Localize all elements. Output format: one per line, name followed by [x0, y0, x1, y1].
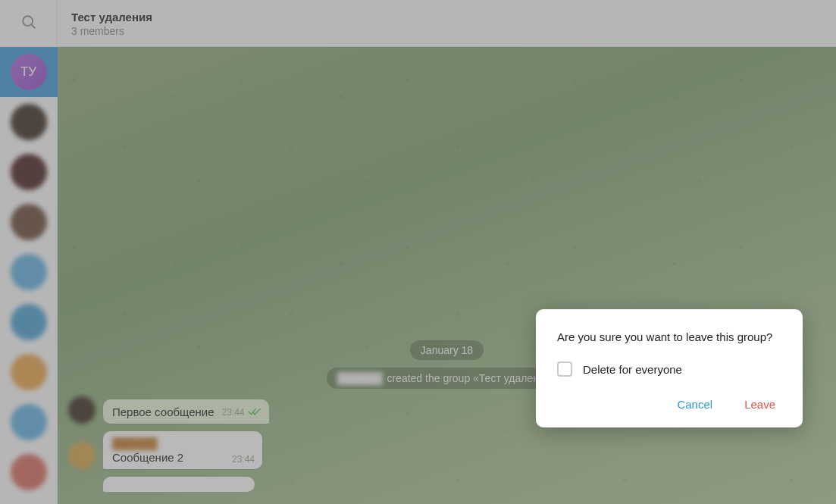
delete-for-everyone-label: Delete for everyone	[583, 363, 682, 376]
app-root: ТУ Тест удаления 3 members January 18 ██…	[0, 0, 836, 504]
leave-button[interactable]: Leave	[740, 395, 780, 414]
leave-group-dialog: Are you sure you want to leave this grou…	[536, 309, 803, 427]
modal-overlay[interactable]	[0, 0, 836, 504]
dialog-message: Are you sure you want to leave this grou…	[557, 329, 781, 345]
dialog-actions: Cancel Leave	[557, 395, 781, 414]
cancel-button[interactable]: Cancel	[672, 395, 717, 414]
delete-for-everyone-checkbox[interactable]	[557, 362, 572, 377]
dialog-checkbox-row[interactable]: Delete for everyone	[557, 362, 781, 377]
